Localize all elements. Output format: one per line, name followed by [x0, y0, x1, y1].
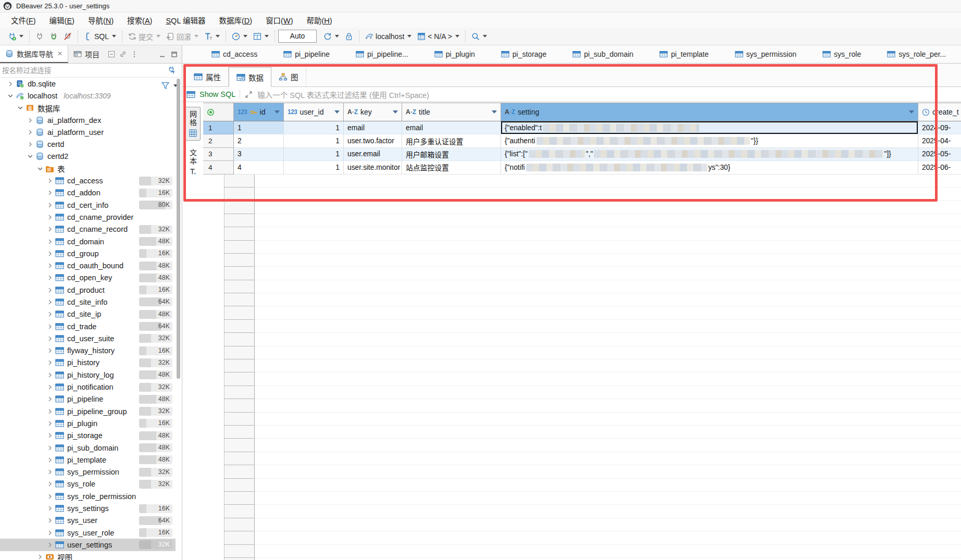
tab-data[interactable]: 数据 — [229, 67, 271, 87]
tree-item-cd_cert_info[interactable]: cd_cert_info80K — [0, 199, 176, 211]
empty-row-number[interactable] — [224, 386, 255, 399]
tree-item-cd_site_ip[interactable]: cd_site_ip48K — [0, 308, 176, 320]
chevron-right-icon[interactable] — [46, 238, 54, 246]
editor-tab-pi_pipeline[interactable]: pi_pipeline — [283, 50, 330, 58]
tree-item-pi_pipeline_group[interactable]: pi_pipeline_group32K — [0, 405, 176, 417]
tree-item-sys_role_permission[interactable]: sys_role_permission — [0, 490, 176, 502]
empty-row-number[interactable] — [224, 518, 255, 531]
tab-projects[interactable]: 项目 — [68, 45, 105, 63]
empty-row-number[interactable] — [224, 558, 255, 560]
empty-row-number[interactable] — [224, 241, 255, 254]
editor-tab-pi_sub_domain[interactable]: pi_sub_domain — [572, 50, 633, 58]
scrollbar-thumb[interactable] — [177, 79, 180, 379]
cell-user-id[interactable]: 1 — [284, 161, 344, 174]
tree-item-localhost[interactable]: localhostlocalhost:3309 — [0, 90, 176, 102]
cell-id[interactable]: 1 — [234, 121, 284, 134]
tab-properties[interactable]: 属性 — [186, 67, 229, 86]
chevron-right-icon[interactable] — [46, 286, 54, 294]
view-tab-grid[interactable]: 网格 — [185, 107, 201, 141]
row-number[interactable]: 4 — [203, 161, 234, 174]
tree-item-user_settings[interactable]: user_settings32K — [0, 539, 176, 551]
column-menu-icon[interactable] — [334, 110, 340, 114]
chevron-right-icon[interactable] — [46, 419, 54, 428]
cell-id[interactable]: 4 — [234, 161, 284, 174]
chevron-right-icon[interactable] — [46, 213, 54, 221]
chevron-right-icon[interactable] — [46, 177, 54, 185]
disconnect-button[interactable] — [61, 31, 74, 42]
tree-item-cd_cname_provider[interactable]: cd_cname_provider — [0, 211, 176, 223]
empty-row-number[interactable] — [224, 293, 255, 306]
empty-row-number[interactable] — [224, 175, 255, 188]
chevron-right-icon[interactable] — [26, 128, 34, 136]
chevron-right-icon[interactable] — [46, 541, 54, 549]
cell-id[interactable]: 2 — [234, 134, 284, 147]
cell-user-id[interactable]: 1 — [284, 121, 344, 134]
empty-row-number[interactable] — [224, 479, 255, 492]
tree-item-pi_template[interactable]: pi_template48K — [0, 454, 176, 466]
menu-item-导航(N)[interactable]: 导航(N) — [81, 15, 120, 26]
chevron-right-icon[interactable] — [46, 310, 54, 318]
cell-title[interactable]: 用户多重认证设置 — [402, 134, 501, 147]
menu-item-文件(F)[interactable]: 文件(F) — [4, 15, 43, 26]
maximize-view-icon[interactable] — [171, 51, 178, 58]
close-icon[interactable]: ✕ — [57, 50, 63, 57]
tree-item-sys_user_role[interactable]: sys_user_role16K — [0, 527, 176, 539]
connection-filter-input[interactable] — [2, 67, 164, 74]
empty-row-number[interactable] — [224, 426, 255, 439]
tree-item-cd_product[interactable]: cd_product16K — [0, 284, 176, 296]
empty-row-number[interactable] — [224, 280, 255, 293]
sql-editor-button[interactable]: SQL — [82, 31, 118, 42]
tree-item-sys_user[interactable]: sys_user64K — [0, 515, 176, 527]
commit-mode-select[interactable]: Auto — [278, 30, 317, 43]
dashboard-button[interactable] — [230, 31, 249, 42]
tree-item-sys_role[interactable]: sys_role32K — [0, 478, 176, 490]
column-header-key[interactable]: A-Z key — [344, 103, 402, 121]
tree-item-pi_history_log[interactable]: pi_history_log48K — [0, 369, 176, 381]
column-menu-icon[interactable] — [492, 110, 497, 114]
chevron-right-icon[interactable] — [46, 262, 54, 270]
cell-key[interactable]: user.email — [344, 148, 402, 161]
chevron-down-icon[interactable] — [36, 165, 44, 173]
link-editor-icon[interactable] — [119, 51, 127, 58]
chevron-right-icon[interactable] — [46, 383, 54, 391]
row-header-corner[interactable] — [203, 103, 234, 121]
editor-tab-pi_template[interactable]: pi_template — [659, 50, 708, 58]
cell-create-time[interactable]: 2025-04- — [918, 134, 961, 147]
menu-item-数据库(D)[interactable]: 数据库(D) — [212, 15, 259, 26]
chevron-right-icon[interactable] — [46, 456, 54, 464]
tree-item-pi_pipeline[interactable]: pi_pipeline48K — [0, 393, 176, 405]
empty-row-number[interactable] — [224, 320, 255, 333]
empty-row-number[interactable] — [224, 505, 255, 518]
chevron-right-icon[interactable] — [46, 358, 54, 367]
chevron-right-icon[interactable] — [46, 334, 54, 343]
tree-item-视图[interactable]: 视图 — [0, 551, 176, 560]
empty-row-number[interactable] — [224, 545, 255, 558]
cell-title[interactable]: 站点监控设置 — [402, 161, 501, 174]
tree-item-pi_plugin[interactable]: pi_plugin16K — [0, 417, 176, 429]
tree-item-pi_storage[interactable]: pi_storage48K — [0, 430, 176, 442]
compare-button[interactable] — [251, 31, 271, 42]
tree-item-ai_platform_user[interactable]: ai_platform_user — [0, 126, 176, 138]
column-menu-icon[interactable] — [909, 110, 914, 114]
chevron-right-icon[interactable] — [46, 444, 54, 452]
chevron-right-icon[interactable] — [46, 529, 54, 537]
tree-item-cd_site_info[interactable]: cd_site_info64K — [0, 296, 176, 308]
column-header-id[interactable]: 123 id — [234, 103, 284, 121]
chevron-right-icon[interactable] — [46, 371, 54, 379]
tree-item-cd_oauth_bound[interactable]: cd_oauth_bound48K — [0, 259, 176, 271]
empty-row-number[interactable] — [224, 267, 255, 280]
empty-row-number[interactable] — [224, 413, 255, 426]
cell-key[interactable]: user.site.monitor — [344, 161, 402, 174]
editor-tab-pi_pipeline...[interactable]: pi_pipeline... — [356, 50, 408, 58]
tree-item-db.sqlite[interactable]: db.sqlite — [0, 78, 176, 90]
tree-item-cd_group[interactable]: cd_group16K — [0, 247, 176, 259]
empty-row-number[interactable] — [224, 372, 255, 385]
row-number[interactable]: 3 — [203, 148, 234, 161]
chevron-right-icon[interactable] — [46, 322, 54, 331]
chevron-right-icon[interactable] — [26, 116, 34, 125]
empty-row-number[interactable] — [224, 492, 255, 505]
empty-row-number[interactable] — [224, 531, 255, 544]
new-connection-button[interactable] — [6, 31, 26, 42]
empty-row-number[interactable] — [224, 452, 255, 465]
empty-row-number[interactable] — [224, 439, 255, 452]
